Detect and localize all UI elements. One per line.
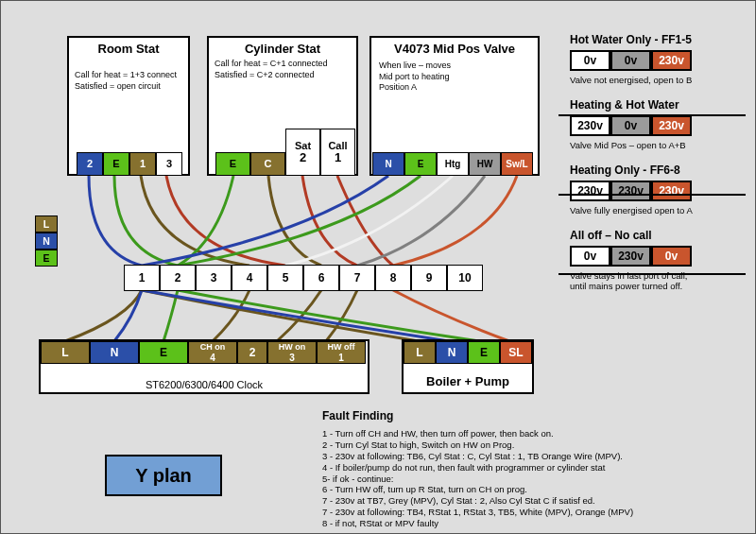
fault-line: 2 - Turn Cyl Stat to high, Switch on HW …	[322, 439, 738, 451]
clock-label: ST6200/6300/6400 Clock	[41, 379, 368, 390]
state-voltage: 230v	[570, 115, 610, 136]
state-voltage: 230v	[651, 115, 692, 136]
room-stat-title: Room Stat	[69, 42, 188, 56]
state-voltage: 230v	[610, 181, 651, 201]
boiler-term-L: L	[404, 341, 436, 364]
valve-term-E: E	[404, 152, 437, 176]
state-1: Heating & Hot Water230v0v230vValve Mid P…	[570, 98, 738, 150]
cyl-stat-term-1: Call1	[320, 129, 355, 176]
state-separator-3	[558, 273, 746, 275]
boiler-term-N: N	[436, 341, 468, 364]
valve-states-panel: Hot Water Only - FF1-50v0v230vValve not …	[570, 33, 738, 304]
boiler-term-E: E	[468, 341, 500, 364]
fault-line: 4 - If boiler/pump do not run, then faul…	[322, 462, 738, 474]
boiler-term-SL: SL	[500, 341, 532, 364]
valve-term-Htg: Htg	[437, 152, 469, 176]
state-separator-1	[558, 114, 746, 116]
valve-note: When live – moves Mid port to heating Po…	[379, 60, 451, 94]
valve-term-HW: HW	[469, 152, 501, 176]
state-voltage: 230v	[610, 246, 651, 267]
tb-7: 7	[339, 265, 375, 291]
tb-1: 1	[124, 265, 160, 291]
fault-line: 5- if ok - continue:	[322, 474, 738, 485]
state-voltage: 0v	[610, 115, 651, 136]
state-title: Heating Only - FF6-8	[570, 164, 738, 177]
clock-term-2: 2	[237, 341, 267, 364]
room-stat-term-2: 2	[77, 152, 103, 176]
valve-title: V4073 Mid Pos Valve	[371, 42, 538, 56]
diagram-root: Room Stat Call for heat = 1+3 connect Sa…	[0, 0, 756, 534]
state-sub: Valve fully energised open to A	[570, 205, 738, 215]
tb-9: 9	[411, 265, 447, 291]
tb-6: 6	[303, 265, 339, 291]
tb-5: 5	[267, 265, 303, 291]
state-voltage: 0v	[610, 50, 651, 71]
state-0: Hot Water Only - FF1-50v0v230vValve not …	[570, 33, 738, 85]
boiler-terminals: LNESL	[404, 341, 532, 364]
boiler-title: Boiler + Pump	[404, 374, 532, 388]
fault-line: 6 - Turn HW off, turn up R Stat, turn on…	[322, 484, 738, 495]
valve-term-N: N	[372, 152, 404, 176]
legend-E: E	[35, 250, 58, 267]
legend-N: N	[35, 233, 58, 250]
cyl-stat-term-2: Sat2	[285, 129, 320, 176]
room-stat-note: Call for heat = 1+3 connect Satisfied = …	[75, 70, 177, 92]
room-stat-term-E: E	[103, 152, 129, 176]
clock-term-1: HW off1	[317, 341, 366, 364]
lne-legend: LNE	[35, 215, 58, 267]
clock-term-L: L	[41, 341, 90, 364]
cylinder-stat-title: Cylinder Stat	[209, 42, 356, 56]
fault-line: 7 - 230v at TB7, Grey (MPV), Cyl Stat : …	[322, 495, 738, 507]
room-stat-term-3: 3	[156, 152, 182, 176]
y-plan-badge: Y plan	[105, 455, 222, 496]
clock-terminals: LNECH on42HW on3HW off1	[41, 341, 366, 364]
state-title: Heating & Hot Water	[570, 98, 738, 112]
tb-2: 2	[160, 265, 196, 291]
state-voltage: 0v	[570, 246, 610, 267]
clock-term-N: N	[90, 341, 139, 364]
clock-term-3: HW on3	[267, 341, 317, 364]
tb-3: 3	[196, 265, 232, 291]
tb-4: 4	[232, 265, 267, 291]
fault-lines: 1 - Turn off CH and HW, then turn off po…	[322, 428, 738, 529]
fault-line: 3 - 230v at following: TB6, Cyl Stat : C…	[322, 451, 738, 462]
state-voltage: 230v	[651, 181, 692, 201]
state-sub: Valve Mid Pos – open to A+B	[570, 140, 738, 150]
state-voltage: 0v	[651, 246, 692, 267]
fault-title: Fault Finding	[322, 409, 738, 422]
state-title: All off – No call	[570, 229, 738, 242]
cylinder-stat-note: Call for heat = C+1 connected Satisfied …	[215, 59, 328, 80]
fault-line: 7 - 230v at following: TB4, RStat 1, RSt…	[322, 507, 738, 518]
cyl-stat-term-E: E	[215, 152, 250, 176]
clock-term-4: CH on4	[188, 341, 237, 364]
state-voltage: 230v	[651, 50, 692, 71]
state-sub: Valve not energised, open to B	[570, 75, 738, 85]
legend-L: L	[35, 215, 58, 233]
valve-term-Sw/L: Sw/L	[501, 152, 533, 176]
room-stat-term-1: 1	[129, 152, 156, 176]
fault-line: 8 - if not, RStat or MPV faulty	[322, 518, 738, 529]
state-separator-2	[558, 194, 746, 196]
state-voltage: 0v	[570, 50, 610, 71]
state-3: All off – No call0v230v0vValve stays in …	[570, 229, 738, 291]
state-title: Hot Water Only - FF1-5	[570, 33, 738, 46]
clock-term-E: E	[139, 341, 188, 364]
state-voltage: 230v	[570, 181, 610, 201]
terminal-block: 12345678910	[124, 265, 483, 291]
state-2: Heating Only - FF6-8230v230v230vValve fu…	[570, 164, 738, 215]
fault-line: 1 - Turn off CH and HW, then turn off po…	[322, 428, 738, 439]
tb-8: 8	[375, 265, 411, 291]
tb-10: 10	[447, 265, 483, 291]
cyl-stat-term-C: C	[250, 152, 285, 176]
fault-finding: Fault Finding 1 - Turn off CH and HW, th…	[322, 409, 738, 529]
